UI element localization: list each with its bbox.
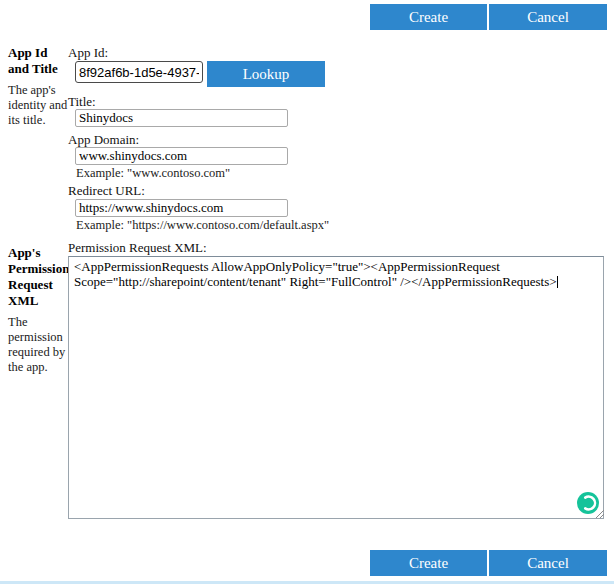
app-domain-input[interactable] bbox=[75, 147, 288, 165]
sidebar-section-heading: App Id and Title bbox=[8, 45, 70, 77]
top-cancel-button[interactable]: Cancel bbox=[489, 4, 607, 30]
permission-xml-text: <AppPermissionRequests AllowAppOnlyPolic… bbox=[74, 259, 557, 289]
top-create-button[interactable]: Create bbox=[370, 4, 487, 30]
bottom-create-button[interactable]: Create bbox=[370, 550, 487, 576]
permission-xml-label: Permission Request XML: bbox=[68, 240, 207, 256]
bottom-cancel-button[interactable]: Cancel bbox=[489, 550, 607, 576]
sidebar-section-app-id: App Id and Title The app's identity and … bbox=[8, 45, 70, 128]
redirect-url-label: Redirect URL: bbox=[68, 183, 145, 199]
permission-xml-textarea[interactable]: <AppPermissionRequests AllowAppOnlyPolic… bbox=[68, 256, 604, 519]
app-domain-example: Example: "www.contoso.com" bbox=[76, 166, 230, 181]
sidebar-section-description: The app's identity and its title. bbox=[8, 83, 70, 128]
text-caret bbox=[557, 276, 558, 288]
title-label: Title: bbox=[68, 94, 96, 110]
grammarly-icon[interactable] bbox=[577, 492, 599, 514]
sidebar-section-description: The permission required by the app. bbox=[8, 315, 70, 375]
app-id-label: App Id: bbox=[68, 45, 108, 61]
title-input[interactable] bbox=[75, 109, 288, 127]
app-domain-label: App Domain: bbox=[68, 132, 139, 148]
sidebar-section-heading: App's Permission Request XML bbox=[8, 245, 70, 309]
app-registration-page: Create Cancel App Id and Title The app's… bbox=[0, 0, 614, 584]
redirect-url-input[interactable] bbox=[75, 199, 288, 217]
redirect-url-example: Example: "https://www.contoso.com/defaul… bbox=[76, 218, 329, 233]
lookup-button[interactable]: Lookup bbox=[207, 61, 325, 87]
sidebar-section-permission-xml: App's Permission Request XML The permiss… bbox=[8, 245, 70, 375]
app-id-input[interactable] bbox=[75, 61, 203, 83]
